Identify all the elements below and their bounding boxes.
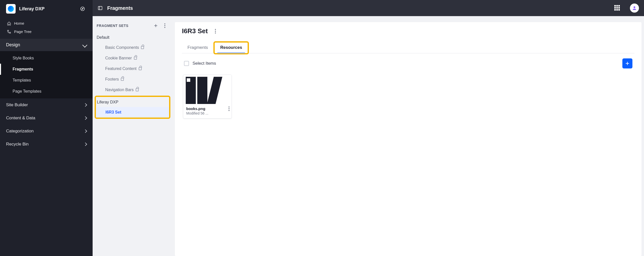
sets-item-label: Navigation Bars (105, 88, 134, 92)
resource-card[interactable]: books.png Modified 56 ... (183, 75, 232, 119)
resource-card-title: books.png (186, 106, 229, 111)
chevron-right-icon (84, 129, 87, 133)
chevron-right-icon (84, 142, 87, 146)
sets-item-footers[interactable]: Footers (96, 74, 169, 85)
lock-icon (139, 67, 142, 70)
nav-home-label: Home (14, 21, 24, 25)
sets-item-featured-content[interactable]: Featured Content (96, 63, 169, 74)
sets-item-cookie-banner[interactable]: Cookie Banner (96, 53, 169, 63)
design-item-page-templates[interactable]: Page Templates (0, 86, 93, 97)
add-set-button[interactable] (152, 22, 159, 29)
fragment-sets-header: FRAGMENT SETS (96, 22, 169, 32)
product-sidebar: Liferay DXP Home Page Tree Design Style … (0, 0, 93, 256)
topbar-title: Fragments (107, 5, 610, 11)
tabs-row: Fragments Resources (182, 43, 634, 53)
compass-icon[interactable] (79, 5, 87, 13)
sets-item-label: Cookie Banner (105, 56, 132, 60)
apps-grid-icon[interactable] (614, 5, 620, 11)
sets-item-i6r3[interactable]: I6R3 Set (96, 107, 169, 118)
svg-marker-1 (82, 8, 83, 10)
select-items-control[interactable]: Select Items (184, 61, 216, 66)
nav-page-tree[interactable]: Page Tree (0, 27, 93, 36)
svg-point-6 (634, 6, 635, 8)
select-items-label: Select Items (193, 61, 216, 66)
sets-item-label: I6R3 Set (105, 110, 121, 115)
section-recycle-bin-label: Recycle Bin (6, 142, 29, 147)
panel-toggle-icon[interactable] (98, 6, 103, 11)
sidebar-quick-nav: Home Page Tree (0, 18, 93, 39)
sets-group-liferay-title[interactable]: Liferay DXP (96, 96, 169, 107)
lock-icon (136, 88, 139, 91)
nav-home[interactable]: Home (0, 19, 93, 27)
resource-thumbnail (183, 75, 232, 104)
main-panel-title: I6R3 Set (182, 27, 208, 35)
content-row: FRAGMENT SETS Default Basic Components C… (93, 16, 644, 256)
main-panel-header: I6R3 Set (182, 27, 634, 36)
sets-more-menu[interactable] (161, 22, 168, 29)
tab-fragments[interactable]: Fragments (182, 43, 213, 53)
section-design-label: Design (6, 42, 20, 48)
chevron-down-icon (82, 43, 87, 48)
main-panel: I6R3 Set Fragments Resources Select Item… (175, 22, 641, 256)
section-content-data-label: Content & Data (6, 116, 35, 121)
lock-icon (141, 46, 144, 49)
toolbar-row: Select Items (182, 53, 634, 74)
brand-title: Liferay DXP (19, 6, 75, 12)
lock-icon (134, 57, 137, 60)
design-item-fragments[interactable]: Fragments (0, 64, 93, 75)
select-all-checkbox[interactable] (184, 61, 189, 66)
highlight-sets-group: Liferay DXP I6R3 Set (95, 96, 170, 119)
sets-item-label: Basic Components (105, 45, 139, 50)
svg-rect-4 (98, 6, 102, 10)
resource-grid: books.png Modified 56 ... (182, 74, 634, 120)
resource-card-menu[interactable] (229, 106, 230, 111)
sets-item-basic-components[interactable]: Basic Components (96, 42, 169, 53)
nav-page-tree-label: Page Tree (14, 29, 31, 34)
fragment-sets-panel: FRAGMENT SETS Default Basic Components C… (93, 16, 172, 256)
user-avatar[interactable] (630, 4, 639, 13)
sets-item-label: Footers (105, 77, 119, 82)
tab-resources[interactable]: Resources (213, 41, 249, 54)
main-panel-more-menu[interactable] (212, 28, 219, 35)
section-design-header[interactable]: Design (0, 39, 93, 51)
section-categorization[interactable]: Categorization (0, 125, 93, 138)
sets-item-label: Featured Content (105, 66, 137, 71)
resource-card-meta: Modified 56 ... (186, 111, 216, 115)
section-site-builder-label: Site Builder (6, 102, 28, 107)
design-item-style-books[interactable]: Style Books (0, 53, 93, 64)
brand-logo (6, 4, 16, 14)
design-item-templates[interactable]: Templates (0, 75, 93, 86)
fragment-sets-header-title: FRAGMENT SETS (97, 24, 128, 28)
section-site-builder[interactable]: Site Builder (0, 98, 93, 112)
sets-group-default-title[interactable]: Default (96, 32, 169, 42)
svg-rect-3 (10, 32, 11, 33)
main-area: Fragments FRAGMENT SETS (93, 0, 644, 256)
add-resource-button[interactable] (622, 58, 632, 68)
chevron-right-icon (84, 103, 87, 107)
chevron-right-icon (84, 116, 87, 120)
section-content-data[interactable]: Content & Data (0, 112, 93, 125)
lock-icon (121, 78, 124, 81)
section-categorization-label: Categorization (6, 129, 34, 134)
sidebar-brand-row: Liferay DXP (0, 0, 93, 18)
sets-item-navigation-bars[interactable]: Navigation Bars (96, 85, 169, 95)
topbar: Fragments (93, 0, 644, 16)
svg-rect-2 (8, 30, 9, 31)
section-design-items: Style Books Fragments Templates Page Tem… (0, 51, 93, 98)
section-recycle-bin[interactable]: Recycle Bin (0, 138, 93, 151)
